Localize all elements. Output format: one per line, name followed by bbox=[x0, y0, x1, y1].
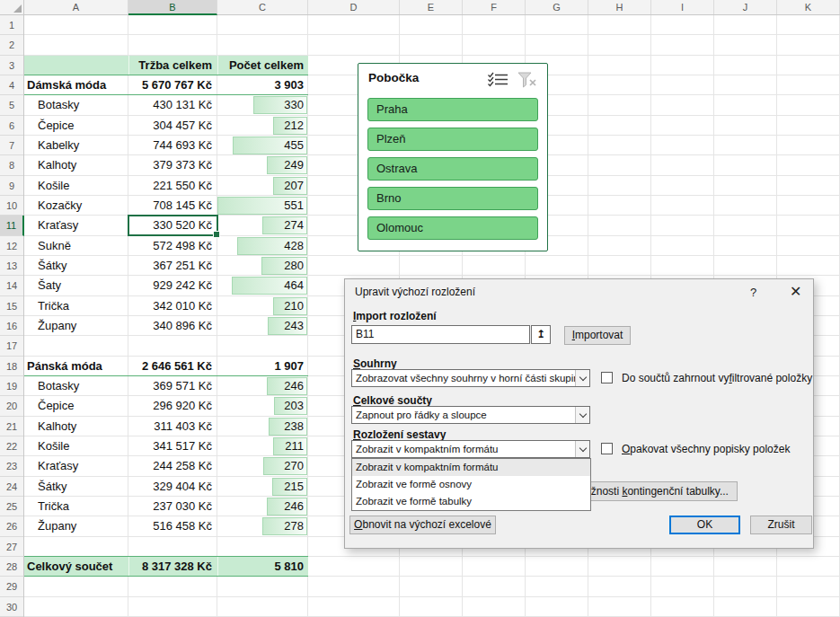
cell-C5[interactable]: 330 bbox=[217, 95, 308, 115]
cell-C16[interactable]: 243 bbox=[217, 316, 308, 336]
row-header-18[interactable]: 18 bbox=[0, 357, 23, 376]
importovat-button[interactable]: Importovat bbox=[564, 326, 631, 345]
slicer-pobocka[interactable]: Pobočka PrahaPlzeňOstravaBrnoOlomouc bbox=[358, 63, 548, 251]
cell-B19[interactable]: 369 571 Kč bbox=[128, 376, 217, 396]
row-header-13[interactable]: 13 bbox=[0, 256, 23, 276]
cell-C13[interactable]: 280 bbox=[217, 256, 308, 276]
cancel-button[interactable]: Zrušit bbox=[750, 516, 812, 534]
include-filtered-label[interactable]: Do součtů zahrnout vyfiltrované položky bbox=[622, 372, 812, 384]
multi-select-icon[interactable] bbox=[487, 72, 509, 91]
row-header-23[interactable]: 23 bbox=[0, 456, 23, 476]
cell-B5[interactable]: 430 131 Kč bbox=[128, 95, 217, 115]
slicer-button-praha[interactable]: Praha bbox=[367, 98, 538, 121]
cell-B10[interactable]: 708 145 Kč bbox=[128, 196, 217, 216]
cell-A23[interactable]: Kraťasy bbox=[24, 456, 128, 476]
cell-A3[interactable] bbox=[24, 56, 128, 75]
cell-B13[interactable]: 367 251 Kč bbox=[128, 256, 217, 276]
repeat-labels-checkbox[interactable] bbox=[601, 443, 613, 454]
cell-C9[interactable]: 207 bbox=[217, 176, 308, 196]
cell-B23[interactable]: 244 258 Kč bbox=[128, 456, 217, 476]
row-header-20[interactable]: 20 bbox=[0, 396, 23, 416]
cell-B3[interactable]: Tržba celkem bbox=[128, 56, 217, 75]
cell-A18[interactable]: Pánská móda bbox=[24, 357, 128, 376]
cell-C4[interactable]: 3 903 bbox=[217, 75, 308, 95]
slicer-button-ostrava[interactable]: Ostrava bbox=[367, 157, 538, 181]
ok-button[interactable]: OK bbox=[669, 516, 740, 534]
row-header-6[interactable]: 6 bbox=[0, 116, 23, 136]
pivottable-options-button[interactable]: Možnosti kontingenční tabulky... bbox=[567, 481, 738, 501]
row-header-1[interactable]: 1 bbox=[0, 15, 23, 35]
col-header-K[interactable]: K bbox=[777, 0, 840, 14]
col-header-I[interactable]: I bbox=[651, 0, 714, 14]
cell-A19[interactable]: Botasky bbox=[24, 376, 128, 396]
cell-C22[interactable]: 211 bbox=[217, 436, 308, 456]
cell-B16[interactable]: 340 896 Kč bbox=[128, 316, 217, 336]
cell-A20[interactable]: Čepice bbox=[24, 396, 128, 416]
col-header-B[interactable]: B bbox=[128, 0, 217, 15]
cell-C12[interactable]: 428 bbox=[217, 236, 308, 256]
help-icon[interactable]: ? bbox=[750, 286, 756, 299]
row-header-21[interactable]: 21 bbox=[0, 417, 23, 436]
cell-B25[interactable]: 237 030 Kč bbox=[128, 497, 217, 516]
cell-B18[interactable]: 2 646 561 Kč bbox=[128, 357, 217, 376]
cell-C3[interactable]: Počet celkem bbox=[217, 56, 308, 75]
restore-defaults-button[interactable]: Obnovit na výchozí excelové bbox=[349, 516, 496, 534]
cell-A11[interactable]: Kraťasy bbox=[24, 216, 128, 235]
cell-C10[interactable]: 551 bbox=[217, 196, 308, 216]
cell-A4[interactable]: Dámská móda bbox=[24, 75, 128, 95]
cell-A16[interactable]: Župany bbox=[24, 316, 128, 336]
row-header-8[interactable]: 8 bbox=[0, 155, 23, 175]
cell-C7[interactable]: 455 bbox=[217, 136, 308, 155]
col-header-A[interactable]: A bbox=[24, 0, 128, 14]
row-header-29[interactable]: 29 bbox=[0, 577, 23, 596]
cell-B7[interactable]: 744 693 Kč bbox=[128, 136, 217, 155]
cell-B9[interactable]: 221 550 Kč bbox=[128, 176, 217, 196]
cell-B21[interactable]: 311 403 Kč bbox=[128, 417, 217, 436]
cell-A6[interactable]: Čepice bbox=[24, 116, 128, 136]
row-header-3[interactable]: 3 bbox=[0, 56, 23, 75]
cell-C23[interactable]: 270 bbox=[217, 456, 308, 476]
close-icon[interactable]: ✕ bbox=[790, 283, 801, 300]
cell-A28[interactable]: Celkový součet bbox=[24, 557, 128, 577]
row-header-4[interactable]: 4 bbox=[0, 75, 23, 95]
subtotals-select[interactable]: Zobrazovat všechny souhrny v horní části… bbox=[351, 369, 590, 387]
cell-B14[interactable]: 929 242 Kč bbox=[128, 276, 217, 295]
row-header-22[interactable]: 22 bbox=[0, 436, 23, 456]
col-header-E[interactable]: E bbox=[400, 0, 463, 14]
fill-handle[interactable] bbox=[213, 231, 220, 238]
import-range-input[interactable]: B11 bbox=[351, 325, 530, 344]
row-header-5[interactable]: 5 bbox=[0, 95, 23, 115]
slicer-button-plzeň[interactable]: Plzeň bbox=[367, 128, 538, 151]
col-header-C[interactable]: C bbox=[217, 0, 308, 14]
cell-C18[interactable]: 1 907 bbox=[217, 357, 308, 376]
row-header-16[interactable]: 16 bbox=[0, 316, 23, 336]
cell-B24[interactable]: 329 404 Kč bbox=[128, 477, 217, 497]
col-header-H[interactable]: H bbox=[588, 0, 651, 14]
cell-A15[interactable]: Trička bbox=[24, 296, 128, 316]
row-header-14[interactable]: 14 bbox=[0, 276, 23, 295]
report-layout-select[interactable]: Zobrazit v kompaktním formátu bbox=[351, 440, 590, 458]
row-header-9[interactable]: 9 bbox=[0, 176, 23, 196]
row-header-27[interactable]: 27 bbox=[0, 537, 23, 557]
cell-A10[interactable]: Kozačky bbox=[24, 196, 128, 216]
cell-B8[interactable]: 379 373 Kč bbox=[128, 155, 217, 175]
cell-C25[interactable]: 246 bbox=[217, 497, 308, 516]
cell-C14[interactable]: 464 bbox=[217, 276, 308, 295]
cell-C11[interactable]: 274 bbox=[217, 216, 308, 235]
cell-C26[interactable]: 278 bbox=[217, 516, 308, 536]
cell-A8[interactable]: Kalhoty bbox=[24, 155, 128, 175]
row-header-15[interactable]: 15 bbox=[0, 296, 23, 316]
cell-C19[interactable]: 246 bbox=[217, 376, 308, 396]
cell-C28[interactable]: 5 810 bbox=[217, 557, 308, 577]
cell-A26[interactable]: Župany bbox=[24, 516, 128, 536]
collapse-range-button[interactable]: ↥ bbox=[531, 325, 551, 344]
row-header-17[interactable]: 17 bbox=[0, 336, 23, 356]
cell-A5[interactable]: Botasky bbox=[24, 95, 128, 115]
row-header-28[interactable]: 28 bbox=[0, 557, 23, 577]
row-header-25[interactable]: 25 bbox=[0, 497, 23, 516]
cell-A25[interactable]: Trička bbox=[24, 497, 128, 516]
cell-B12[interactable]: 572 498 Kč bbox=[128, 236, 217, 256]
cell-C8[interactable]: 249 bbox=[217, 155, 308, 175]
col-header-F[interactable]: F bbox=[463, 0, 526, 14]
cell-A7[interactable]: Kabelky bbox=[24, 136, 128, 155]
